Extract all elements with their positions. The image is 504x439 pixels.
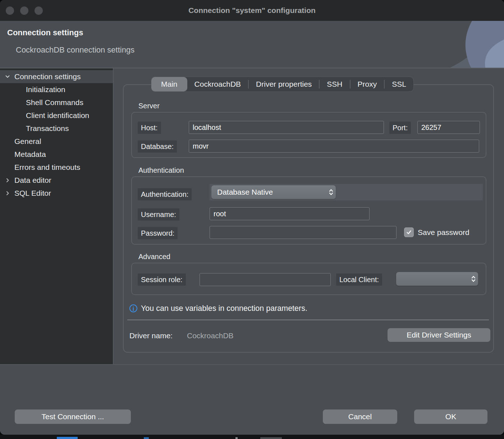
header-swoosh-decoration (396, 21, 504, 68)
advanced-group: Session role: Local Client: (131, 263, 486, 295)
desktop-fragment (260, 437, 282, 439)
sidebar-item-label: Shell Commands (26, 98, 83, 107)
local-client-label: Local Client: (336, 273, 382, 286)
server-group: Host: Port: Database: (131, 112, 486, 158)
sidebar-item-sql-editor[interactable]: SQL Editor (0, 187, 113, 200)
database-label: Database: (138, 140, 177, 153)
port-input[interactable] (417, 121, 480, 134)
sidebar-item-label: SQL Editor (14, 189, 51, 198)
sidebar-item-label: Connection settings (14, 72, 81, 81)
session-role-input[interactable] (200, 273, 331, 286)
sidebar-item-connection-settings[interactable]: Connection settings (0, 70, 113, 83)
tab-cockroachdb[interactable]: CockroachDB (187, 77, 248, 91)
authentication-group: Authentication: Database Native Username… (131, 176, 486, 245)
save-password-checkbox[interactable] (404, 227, 414, 237)
sidebar-item-label: Errors and timeouts (14, 163, 80, 172)
driver-name-value: CockroachDB (187, 331, 234, 340)
tab-ssh[interactable]: SSH (320, 77, 349, 91)
authentication-label: Authentication: (138, 188, 192, 200)
desktop-strip (0, 435, 504, 439)
sidebar-item-metadata[interactable]: Metadata (0, 148, 113, 161)
authentication-group-label: Authentication (138, 166, 184, 175)
host-input[interactable] (189, 121, 384, 134)
popup-chevrons-icon (326, 188, 336, 196)
test-connection-button[interactable]: Test Connection ... (15, 409, 131, 424)
password-input[interactable] (210, 226, 397, 239)
sidebar-item-data-editor[interactable]: Data editor (0, 174, 113, 187)
tab-bar: MainCockroachDBDriver propertiesSSHProxy… (151, 77, 413, 91)
username-label: Username: (138, 208, 179, 221)
page-title: Connection settings (7, 28, 83, 37)
host-label: Host: (138, 122, 161, 134)
info-icon: i (129, 304, 137, 312)
tab-driver-properties[interactable]: Driver properties (249, 77, 319, 91)
desktop-fragment (144, 437, 149, 439)
tab-main[interactable]: Main (151, 77, 187, 91)
server-group-label: Server (138, 102, 160, 110)
desktop-fragment (57, 437, 78, 439)
main-content: MainCockroachDBDriver propertiesSSHProxy… (114, 68, 504, 364)
advanced-group-label: Advanced (138, 253, 170, 261)
save-password-label: Save password (418, 228, 469, 237)
sidebar-item-shell-commands[interactable]: Shell Commands (0, 96, 113, 109)
tab-proxy[interactable]: Proxy (350, 77, 384, 91)
sidebar-item-initialization[interactable]: Initialization (0, 83, 113, 96)
sidebar-item-general[interactable]: General (0, 135, 113, 148)
sidebar-item-label: Transactions (26, 124, 69, 133)
tab-ssl[interactable]: SSL (385, 77, 413, 91)
page-subtitle: CockroachDB connection settings (16, 45, 134, 55)
sidebar-item-label: Data editor (14, 176, 51, 185)
checkmark-icon (406, 229, 412, 235)
dialog-footer: Test Connection ... Cancel OK (0, 364, 504, 435)
sidebar-item-errors-and-timeouts[interactable]: Errors and timeouts (0, 161, 113, 174)
port-label: Port: (389, 122, 411, 134)
window-title: Connection "system" configuration (0, 0, 504, 21)
dialog-header: Connection settings CockroachDB connecti… (0, 21, 504, 68)
password-label: Password: (138, 227, 178, 239)
sidebar-item-label: General (14, 137, 41, 146)
chevron-right-icon (5, 177, 10, 183)
username-input[interactable] (210, 207, 370, 220)
database-input[interactable] (189, 140, 479, 153)
sidebar-item-label: Client identification (26, 111, 89, 120)
connection-configuration-dialog: Connection "system" configuration Connec… (0, 0, 504, 435)
main-tab-panel: Server Host: Port: Database: Authenticat… (123, 84, 494, 353)
desktop-fragment (235, 437, 238, 439)
authentication-select[interactable]: Database Native (211, 185, 336, 199)
driver-name-label: Driver name: (129, 331, 173, 340)
ok-button[interactable]: OK (414, 409, 487, 424)
local-client-select[interactable] (396, 272, 478, 286)
session-role-label: Session role: (138, 273, 186, 286)
settings-tree: Connection settingsInitializationShell C… (0, 68, 114, 364)
authentication-select-value: Database Native (211, 188, 326, 196)
edit-driver-settings-button[interactable]: Edit Driver Settings (388, 328, 490, 342)
chevron-right-icon (5, 190, 10, 196)
sidebar-item-client-identification[interactable]: Client identification (0, 109, 113, 122)
sidebar-item-label: Metadata (14, 150, 46, 159)
sidebar-item-label: Initialization (26, 85, 65, 94)
cancel-button[interactable]: Cancel (323, 409, 397, 424)
divider (127, 320, 489, 320)
info-text: You can use variables in connection para… (141, 304, 307, 313)
sidebar-item-transactions[interactable]: Transactions (0, 122, 113, 135)
popup-chevrons-icon (469, 275, 478, 283)
titlebar: Connection "system" configuration (0, 0, 504, 21)
chevron-down-icon (5, 74, 10, 80)
